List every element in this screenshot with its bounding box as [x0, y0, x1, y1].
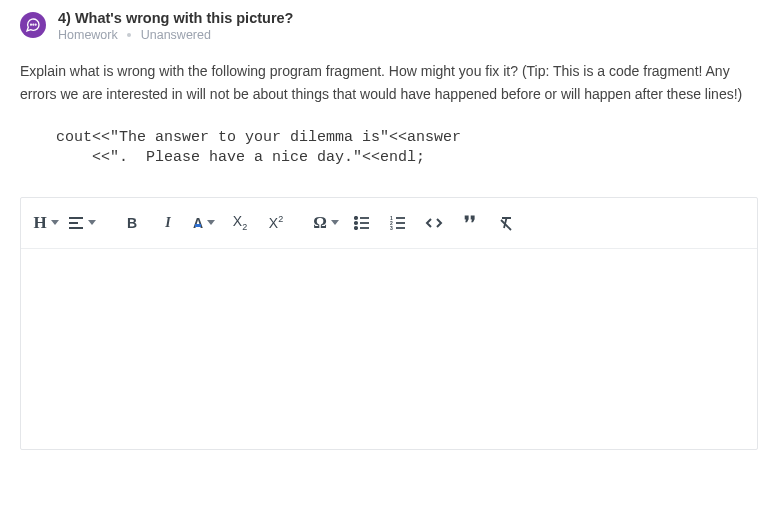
question-prompt: Explain what is wrong with the following… — [20, 60, 758, 106]
chevron-down-icon — [88, 220, 96, 225]
omega-icon: Ω — [313, 213, 327, 233]
svg-point-10 — [355, 226, 357, 228]
svg-point-2 — [35, 24, 36, 25]
answer-editor: H B I A X2 X2 Ω — [20, 197, 758, 450]
svg-point-8 — [355, 221, 357, 223]
question-header: 4) What's wrong with this picture? Homew… — [20, 10, 758, 42]
clear-format-icon — [498, 215, 514, 231]
heading-button[interactable]: H — [29, 206, 63, 240]
bold-button[interactable]: B — [115, 206, 149, 240]
question-title: 4) What's wrong with this picture? — [58, 10, 293, 26]
separator-dot — [127, 33, 131, 37]
chevron-down-icon — [207, 220, 215, 225]
blockquote-button[interactable]: ❜❜ — [453, 206, 487, 240]
code-icon — [425, 216, 443, 230]
speech-bubble-icon — [20, 12, 46, 38]
numbered-list-button[interactable]: 1 2 3 — [381, 206, 415, 240]
superscript-button[interactable]: X2 — [259, 206, 293, 240]
superscript-label: X2 — [269, 214, 283, 231]
subscript-label: X2 — [233, 213, 247, 232]
svg-point-1 — [33, 24, 34, 25]
status-label: Unanswered — [141, 28, 211, 42]
align-left-icon — [68, 216, 84, 230]
editor-toolbar: H B I A X2 X2 Ω — [21, 198, 757, 249]
svg-point-0 — [31, 24, 32, 25]
code-fragment: cout<<"The answer to your dilemma is"<<a… — [56, 128, 758, 169]
svg-text:3: 3 — [390, 225, 393, 230]
category-label: Homework — [58, 28, 118, 42]
chevron-down-icon — [51, 220, 59, 225]
quote-icon: ❜❜ — [464, 214, 476, 232]
clear-format-button[interactable] — [489, 206, 523, 240]
bullet-list-button[interactable] — [345, 206, 379, 240]
code-button[interactable] — [417, 206, 451, 240]
svg-point-6 — [355, 216, 357, 218]
text-color-label: A — [193, 215, 203, 231]
text-color-button[interactable]: A — [187, 206, 221, 240]
subscript-button[interactable]: X2 — [223, 206, 257, 240]
bullet-list-icon — [354, 216, 370, 230]
question-meta: Homework Unanswered — [58, 28, 293, 42]
italic-button[interactable]: I — [151, 206, 185, 240]
numbered-list-icon: 1 2 3 — [390, 216, 406, 230]
bold-label: B — [127, 215, 137, 231]
align-button[interactable] — [65, 206, 99, 240]
special-char-button[interactable]: Ω — [309, 206, 343, 240]
heading-label: H — [33, 213, 46, 233]
editor-textarea[interactable] — [21, 249, 757, 449]
italic-label: I — [165, 215, 170, 231]
chevron-down-icon — [331, 220, 339, 225]
